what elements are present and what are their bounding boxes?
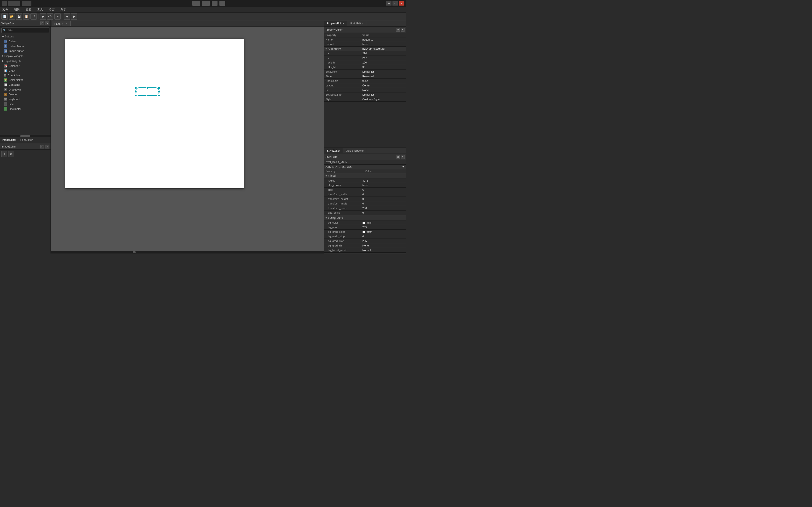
style-val-tw[interactable]: 0	[361, 192, 406, 197]
next-button[interactable]: ▶	[71, 13, 77, 19]
widget-calendar[interactable]: 📅 Calendar	[0, 63, 51, 68]
sel-handle-tm[interactable]	[146, 87, 148, 89]
se-tab-object[interactable]: ObjecInspector	[343, 148, 367, 153]
prop-val-y[interactable]: 247	[361, 56, 406, 60]
style-val-bgblend[interactable]: Normal	[361, 248, 406, 252]
sel-handle-tr[interactable]	[158, 87, 160, 89]
prop-val-event[interactable]: Empty list	[361, 69, 406, 74]
tab-page1[interactable]: Page_1 ✕	[52, 21, 70, 26]
prop-val-name[interactable]: button_1	[361, 38, 406, 42]
sel-handle-mr[interactable]	[158, 91, 160, 93]
menu-edit[interactable]: 编辑	[13, 7, 21, 12]
widget-image-button[interactable]: 🖼 Image button	[0, 49, 51, 53]
run-button[interactable]: ▶	[40, 13, 46, 19]
new-button[interactable]: 📄	[1, 13, 8, 19]
prop-val-fit[interactable]: None	[361, 88, 406, 93]
minimize-button[interactable]: ─	[386, 1, 392, 6]
open-button[interactable]: 📂	[9, 13, 15, 19]
category-display[interactable]: ▾ Display Widgets	[0, 53, 51, 58]
sel-handle-bl[interactable]	[135, 95, 137, 96]
widget-dropdown[interactable]: ▼ Dropdown	[0, 87, 51, 92]
widget-keyboard[interactable]: ⌨ Keyboard	[0, 97, 51, 102]
canvas-scrollbar-h[interactable]	[51, 251, 324, 253]
prop-val-style[interactable]: Custome Style	[361, 97, 406, 102]
image-editor-tab[interactable]: ImageEditor	[0, 137, 18, 144]
widget-list-scrollbar[interactable]	[0, 135, 51, 137]
close-button[interactable]: ✕	[399, 1, 404, 6]
sel-handle-bm[interactable]	[146, 95, 148, 96]
widget-checkbox[interactable]: ☑ Check box	[0, 73, 51, 77]
category-input[interactable]: ▶ Input Widgets	[0, 58, 51, 63]
search-input-container[interactable]: 🔍 Filter	[1, 27, 49, 33]
menu-tools[interactable]: 工具	[36, 7, 44, 12]
style-val-size[interactable]: 6	[361, 187, 406, 192]
image-add-button[interactable]: +	[1, 151, 7, 157]
style-val-opascale[interactable]: 0	[361, 211, 406, 215]
sel-handle-ml[interactable]	[135, 91, 137, 93]
saveas-button[interactable]: 📋	[23, 13, 30, 19]
style-editor-close[interactable]: ✕	[401, 155, 405, 159]
sel-handle-br[interactable]	[158, 95, 160, 96]
style-val-bgcolor[interactable]: #ffffff	[361, 220, 406, 225]
axs-state-dropdown[interactable]: AXS_STATE_DEFAULT ▼	[324, 165, 406, 169]
prop-val-layout[interactable]: Center	[361, 83, 406, 88]
canvas-button-widget[interactable]	[135, 88, 159, 96]
geometry-expand-icon[interactable]: ▾	[325, 48, 327, 50]
sel-handle-tl[interactable]	[135, 87, 137, 89]
tab-property-editor[interactable]: PropertyEditor	[324, 21, 347, 26]
prop-val-x[interactable]: 294	[361, 51, 406, 56]
style-val-radius[interactable]: 32767	[361, 178, 406, 183]
menu-language[interactable]: 语言	[48, 7, 56, 12]
property-editor-float[interactable]: ⧉	[396, 28, 400, 32]
widgetbox-float-button[interactable]: ⧉	[40, 21, 44, 25]
prev-button[interactable]: ◀	[64, 13, 70, 19]
font-editor-tab[interactable]: FontEditor	[18, 137, 35, 144]
menu-file[interactable]: 文件	[1, 7, 9, 12]
prop-val-serial[interactable]: Empty list	[361, 93, 406, 97]
tab-close-icon[interactable]: ✕	[65, 22, 68, 25]
style-editor-float[interactable]: ⧉	[396, 155, 400, 159]
style-val-bgmain[interactable]: 0	[361, 234, 406, 239]
revert-button[interactable]: ↺	[31, 13, 37, 19]
widget-container[interactable]: ⬜ Container	[0, 82, 51, 87]
widget-line[interactable]: ─ Line	[0, 102, 51, 107]
save-button[interactable]: 💾	[16, 13, 22, 19]
maximize-button[interactable]: □	[393, 1, 398, 6]
menu-view[interactable]: 查看	[24, 7, 33, 12]
style-val-bgopa[interactable]: 255	[361, 225, 406, 230]
se-tab-style[interactable]: StyleEditor	[324, 148, 343, 153]
section-mixed-header[interactable]: ▾ mixed	[324, 173, 406, 178]
menu-about[interactable]: 关于	[59, 7, 67, 12]
prop-val-height[interactable]: 35	[361, 65, 406, 69]
canvas-area[interactable]	[51, 26, 324, 253]
style-val-clipcorner[interactable]: false	[361, 183, 406, 187]
section-background-header[interactable]: ▾ background	[324, 215, 406, 220]
image-delete-button[interactable]: 🗑	[8, 151, 14, 157]
widget-chart[interactable]: 📊 Chart	[0, 68, 51, 73]
widget-button-matrix[interactable]: ⊞ Button Matrix	[0, 44, 51, 49]
widget-gauge[interactable]: ⊙ Gauge	[0, 92, 51, 97]
widget-linemeter[interactable]: ◌ Line meter	[0, 107, 51, 111]
image-editor-close[interactable]: ✕	[45, 145, 49, 149]
widget-button[interactable]: ▭ Button	[0, 39, 51, 44]
style-val-tz[interactable]: 256	[361, 206, 406, 211]
style-val-bggrad[interactable]: #ffffff	[361, 230, 406, 234]
export-button[interactable]: ↗	[54, 13, 61, 19]
style-val-ta[interactable]: 0	[361, 201, 406, 206]
prop-val-checkable[interactable]: false	[361, 79, 406, 83]
style-val-bgstop[interactable]: 255	[361, 239, 406, 243]
style-val-bgdir[interactable]: None	[361, 243, 406, 248]
property-editor-close[interactable]: ✕	[401, 28, 405, 32]
section-border-header[interactable]: ▾ border	[324, 252, 406, 253]
category-buttons[interactable]: ▶ Buttons	[0, 34, 51, 39]
prop-val-width[interactable]: 100	[361, 60, 406, 65]
prop-val-locked[interactable]: false	[361, 42, 406, 47]
prop-val-state[interactable]: Released	[361, 74, 406, 79]
widgetbox-close-button[interactable]: ✕	[45, 21, 49, 25]
style-val-th[interactable]: 0	[361, 197, 406, 201]
widget-colorpicker[interactable]: 🎨 Color picker	[0, 77, 51, 82]
tab-undo-editor[interactable]: UndoEditor	[347, 21, 366, 26]
code-button[interactable]: </>	[47, 13, 53, 19]
widget-label: Button	[9, 40, 16, 43]
image-editor-float[interactable]: ⧉	[40, 145, 44, 149]
